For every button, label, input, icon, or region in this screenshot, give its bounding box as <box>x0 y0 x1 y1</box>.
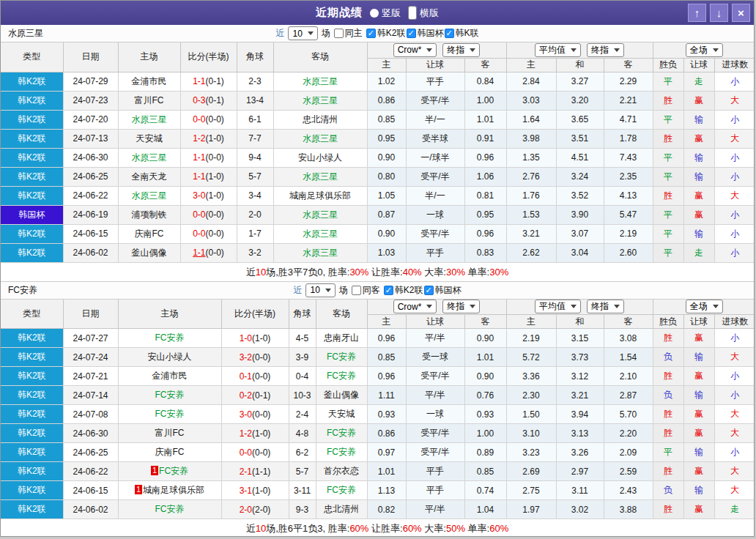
match-row: 韩K2联24-06-02釜山偶像1-1(0-0)3-2水原三星1.03平手0.8… <box>1 243 755 262</box>
odds-away: 0.95 <box>464 205 506 224</box>
result-handicap: 赢 <box>683 424 714 443</box>
same-venue-filter[interactable]: 同客 <box>352 284 380 297</box>
home-team: 1城南足球俱乐部 <box>118 481 221 500</box>
final-index-select-2[interactable]: 终指 <box>587 300 624 313</box>
league-filter[interactable]: ✓韩K2联 <box>384 284 423 297</box>
corner-score: 5-7 <box>289 462 316 481</box>
odds-home: 0.93 <box>367 405 406 424</box>
result-handicap: 走 <box>683 72 714 91</box>
same-venue-filter[interactable]: 同主 <box>334 27 363 40</box>
away-team: 忠北清州 <box>273 110 367 129</box>
layout-radio-vertical[interactable]: 竖版 <box>370 7 401 20</box>
league-type-cell: 韩K2联 <box>1 110 63 129</box>
match-date: 24-06-30 <box>63 424 118 443</box>
near-label: 近 <box>275 27 284 40</box>
average-group-header: 平均值 终指 <box>506 300 653 315</box>
result-outcome: 平 <box>653 167 683 186</box>
league-filter[interactable]: ✓韩国杯 <box>424 284 462 297</box>
checkbox-icon[interactable]: ✓ <box>366 29 376 38</box>
radio-icon[interactable] <box>408 6 417 20</box>
odds-away: 0.89 <box>464 443 506 462</box>
final-index-select[interactable]: 终指 <box>442 43 480 57</box>
recent-count-select[interactable]: 10 <box>288 26 317 40</box>
checkbox-icon[interactable]: ✓ <box>424 286 434 295</box>
avg-draw: 3.15 <box>556 329 604 348</box>
layout-radio-horizontal[interactable]: 横版 <box>408 6 439 20</box>
bookmaker-select[interactable]: Crow* <box>393 43 437 57</box>
odds-away: 1.00 <box>464 91 506 110</box>
final-index-select[interactable]: 终指 <box>442 300 480 313</box>
radio-icon[interactable] <box>370 9 379 18</box>
match-row: 韩K2联24-06-151城南足球俱乐部3-1(1-0)3-11FC安养1.13… <box>1 481 755 500</box>
result-goals: 大 <box>714 405 755 424</box>
close-button[interactable]: × <box>732 4 750 22</box>
result-handicap: 输 <box>683 224 714 243</box>
avg-away: 2.19 <box>604 224 653 243</box>
move-down-button[interactable]: ↓ <box>710 4 728 22</box>
away-team: 天安城 <box>316 405 367 424</box>
sub-header-goals: 进球数 <box>714 58 755 72</box>
home-team: 天安城 <box>118 129 180 148</box>
avg-away: 2.29 <box>604 72 653 91</box>
corner-score: 3-2 <box>237 243 273 262</box>
away-team: 水原三星 <box>273 167 367 186</box>
bookmaker-select[interactable]: Crow* <box>393 300 437 313</box>
handicap-line: 半/一 <box>406 110 464 129</box>
checkbox-icon[interactable] <box>334 29 344 38</box>
away-team: FC安养 <box>316 424 367 443</box>
result-outcome: 平 <box>653 443 683 462</box>
avg-away: 2.21 <box>604 91 653 110</box>
away-team: 水原三星 <box>273 205 367 224</box>
match-row: 韩K2联24-07-14FC安养0-2(0-1)10-3釜山偶像1.11平/半0… <box>1 386 755 405</box>
fullmatch-select[interactable]: 全场 <box>686 43 723 57</box>
move-up-button[interactable]: ↑ <box>688 4 706 22</box>
checkbox-icon[interactable]: ✓ <box>445 29 454 38</box>
result-outcome: 平 <box>653 205 683 224</box>
result-outcome: 胜 <box>653 500 683 519</box>
avg-home: 1.53 <box>506 205 556 224</box>
fullmatch-select[interactable]: 全场 <box>686 300 723 313</box>
avg-away: 2.35 <box>604 167 653 186</box>
odds-home: 1.01 <box>367 462 406 481</box>
league-filter[interactable]: ✓韩K联 <box>445 27 479 40</box>
match-row: 韩K2联24-07-24安山小绿人3-2(0-0)3-9FC安养0.85受一球1… <box>1 348 755 367</box>
checkbox-icon[interactable]: ✓ <box>407 29 416 38</box>
recent-count-select[interactable]: 10 <box>305 283 335 297</box>
avg-home: 2.19 <box>506 329 556 348</box>
avg-home: 3.36 <box>506 367 556 386</box>
odds-group-header: Crow* 终指 <box>367 42 506 58</box>
league-filter[interactable]: ✓韩K2联 <box>366 27 406 40</box>
match-date: 24-07-14 <box>63 386 118 405</box>
sub-header-outcome: 胜负 <box>653 58 683 72</box>
score-cell: 3-2(0-0) <box>221 348 289 367</box>
score-cell: 0-3(0-1) <box>180 91 237 110</box>
score-cell: 1-1(0-0) <box>180 243 237 262</box>
league-filter[interactable]: ✓韩国杯 <box>407 27 444 40</box>
average-select[interactable]: 平均值 <box>535 43 581 57</box>
final-index-select-2[interactable]: 终指 <box>587 43 624 57</box>
result-goals: 小 <box>714 72 755 91</box>
handicap-line: 受一球 <box>406 348 464 367</box>
result-outcome: 平 <box>653 243 683 262</box>
odds-home: 0.86 <box>367 424 406 443</box>
checkbox-icon[interactable]: ✓ <box>384 286 393 295</box>
score-cell: 1-1(0-0) <box>180 148 237 167</box>
chevron-down-icon <box>470 48 475 52</box>
average-select[interactable]: 平均值 <box>535 300 581 313</box>
handicap-line: 受平/半 <box>406 91 464 110</box>
score-cell: 3-0(0-0) <box>221 405 289 424</box>
result-goals: 小 <box>714 110 755 129</box>
avg-away: 2.10 <box>604 367 653 386</box>
result-outcome: 负 <box>653 386 683 405</box>
league-label: 韩K2联 <box>395 284 423 297</box>
league-type-cell: 韩K2联 <box>1 186 63 205</box>
match-row: 韩K2联24-06-02FC安养2-0(2-0)9-3忠北清州0.82平/半1.… <box>1 500 755 519</box>
avg-away: 2.87 <box>604 386 653 405</box>
avg-away: 2.09 <box>604 443 653 462</box>
sub-header-handicap-result: 让球 <box>683 315 714 329</box>
checkbox-icon[interactable] <box>352 286 361 295</box>
section-suwon-samsung: 水原三星 近 10 场 同主 ✓韩K2联✓韩国杯✓韩K联 类型 日期 <box>1 25 754 282</box>
result-handicap: 输 <box>683 348 714 367</box>
chevron-down-icon <box>713 48 719 52</box>
odds-away: 0.90 <box>464 367 506 386</box>
